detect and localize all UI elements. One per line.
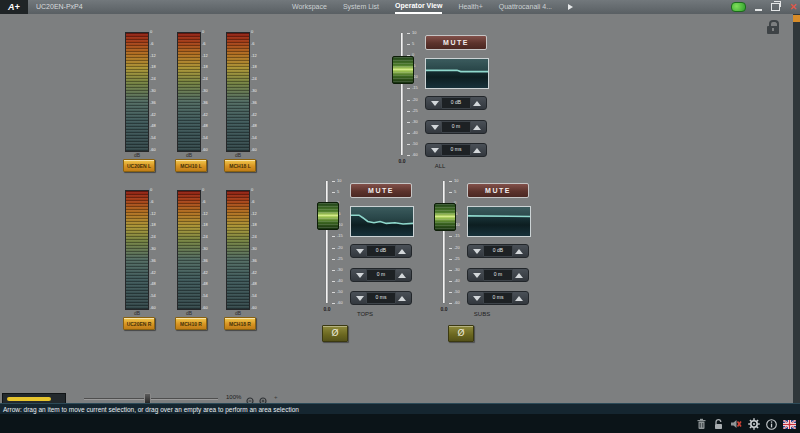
meter-scale: 0-6-12-18-24-30-36-42-48-54-60 <box>251 190 263 308</box>
gain-value[interactable]: 0 dB <box>441 97 471 109</box>
delay-ms-spinner: 0 ms <box>425 143 487 157</box>
fader-scale: 1050-5-10-15-20-25-30-40-50-60 <box>448 181 462 303</box>
delay-ms-value[interactable]: 0 ms <box>483 292 513 304</box>
increment-icon[interactable] <box>473 101 481 106</box>
meter-unit-label: dB <box>177 152 201 158</box>
channel-button[interactable]: MCH10 R <box>175 317 207 330</box>
zoom-level: 100% <box>226 394 241 400</box>
menu-operator-view[interactable]: Operator View <box>395 0 442 14</box>
app-logo: A+ <box>0 0 28 14</box>
fader-track <box>326 181 328 303</box>
meter-unit-label: dB <box>125 310 149 316</box>
fader-subs[interactable]: 1050-5-10-15-20-25-30-40-50-60 <box>432 178 462 308</box>
meter-scale: 0-6-12-18-24-30-36-42-48-54-60 <box>202 32 214 150</box>
meter-unit-label: dB <box>226 152 250 158</box>
language-flag-icon[interactable] <box>783 420 796 429</box>
zoom-out-icon[interactable] <box>246 393 256 403</box>
mute-button-all[interactable]: MUTE <box>425 35 487 50</box>
meter-unit-label: dB <box>226 310 250 316</box>
armonia-operator-window: A+ UC20EN-PxP4 Workspace System List Ope… <box>0 0 800 433</box>
gain-spinner: 0 dB <box>425 96 487 110</box>
increment-icon[interactable] <box>515 249 523 254</box>
decrement-icon[interactable] <box>356 249 364 254</box>
decrement-icon[interactable] <box>431 101 439 106</box>
minimize-icon[interactable] <box>755 9 762 11</box>
channel-strip-subs: 1050-5-10-15-20-25-30-40-50-60 0.0 MUTE … <box>432 178 532 318</box>
menu-system-list[interactable]: System List <box>343 1 379 13</box>
trash-icon[interactable] <box>696 418 707 430</box>
fader-knob[interactable] <box>392 56 414 84</box>
eq-display-all <box>425 58 489 89</box>
meter-unit-label: dB <box>125 152 149 158</box>
zoom-toolbar: 100% + <box>0 392 800 403</box>
gain-value[interactable]: 0 dB <box>483 245 513 257</box>
delay-ms-spinner: 0 ms <box>350 291 412 305</box>
delay-m-value[interactable]: 0 m <box>366 269 396 281</box>
info-icon[interactable] <box>766 419 777 430</box>
increment-icon[interactable] <box>473 125 481 130</box>
meter-group-right: 0-6-12-18-24-30-36-42-48-54-60 dB UC20EN… <box>125 188 275 334</box>
delay-m-value[interactable]: 0 m <box>441 121 471 133</box>
decrement-icon[interactable] <box>473 249 481 254</box>
increment-icon[interactable] <box>398 249 406 254</box>
mute-button-tops[interactable]: MUTE <box>350 183 412 198</box>
fader-tops[interactable]: 1050-5-10-15-20-25-30-40-50-60 <box>315 178 345 308</box>
channel-button[interactable]: UC20EN R <box>123 317 155 330</box>
increment-icon[interactable] <box>473 148 481 153</box>
zoom-step-plus[interactable]: + <box>274 394 278 400</box>
meter-unit-label: dB <box>177 310 201 316</box>
channel-button[interactable]: UC20EN L <box>123 159 155 172</box>
decrement-icon[interactable] <box>473 273 481 278</box>
fader-knob[interactable] <box>317 202 339 230</box>
scrollbar-thumb[interactable] <box>793 15 800 22</box>
channel-strip-tops: 1050-5-10-15-20-25-30-40-50-60 0.0 MUTE … <box>315 178 415 318</box>
delay-m-value[interactable]: 0 m <box>483 269 513 281</box>
level-meter <box>125 190 149 310</box>
decrement-icon[interactable] <box>473 296 481 301</box>
level-meter <box>177 190 201 310</box>
level-meter <box>226 32 250 152</box>
delay-ms-value[interactable]: 0 ms <box>441 144 471 156</box>
zoom-in-icon[interactable] <box>259 393 269 403</box>
channel-button[interactable]: MCH18 L <box>224 159 256 172</box>
delay-ms-value[interactable]: 0 ms <box>366 292 396 304</box>
menu-health[interactable]: Health+ <box>458 1 482 13</box>
menu-workspace[interactable]: Workspace <box>292 1 327 13</box>
phase-button-subs[interactable]: Ø <box>448 325 474 342</box>
restore-icon[interactable] <box>771 3 780 11</box>
strip-name-all: ALL <box>390 163 490 169</box>
increment-icon[interactable] <box>398 273 406 278</box>
eq-display-subs <box>467 206 531 237</box>
vertical-scrollbar[interactable] <box>793 14 800 403</box>
meter-group-left: 0-6-12-18-24-30-36-42-48-54-60 dB UC20EN… <box>125 30 275 176</box>
decrement-icon[interactable] <box>356 296 364 301</box>
channel-button[interactable]: MCH18 R <box>224 317 256 330</box>
window-title: UC20EN-PxP4 <box>36 0 83 14</box>
decrement-icon[interactable] <box>431 125 439 130</box>
close-icon[interactable]: ✕ <box>789 0 797 14</box>
channel-button[interactable]: MCH10 L <box>175 159 207 172</box>
fader-all[interactable]: 1050-5-10-15-20-25-30-40-50-60 <box>390 30 420 160</box>
delay-m-spinner: 0 m <box>350 268 412 282</box>
unlock-icon[interactable] <box>713 418 724 430</box>
muted-speaker-icon[interactable] <box>730 418 742 430</box>
phase-button-tops[interactable]: Ø <box>322 325 348 342</box>
decrement-icon[interactable] <box>356 273 364 278</box>
increment-icon[interactable] <box>398 296 406 301</box>
gain-value[interactable]: 0 dB <box>366 245 396 257</box>
mute-button-subs[interactable]: MUTE <box>467 183 529 198</box>
lock-icon[interactable] <box>766 20 780 35</box>
gear-icon[interactable] <box>748 418 760 430</box>
menu-quattrocanali[interactable]: Quattrocanali 4... <box>499 1 552 13</box>
increment-icon[interactable] <box>515 296 523 301</box>
fader-knob[interactable] <box>434 203 456 231</box>
strip-name-tops: TOPS <box>315 311 415 317</box>
minimap-viewport[interactable] <box>7 397 51 401</box>
meter-scale: 0-6-12-18-24-30-36-42-48-54-60 <box>150 190 162 308</box>
zoom-slider[interactable] <box>84 398 218 399</box>
main-menu: Workspace System List Operator View Heal… <box>292 0 573 14</box>
bottom-bar <box>0 414 800 433</box>
decrement-icon[interactable] <box>431 148 439 153</box>
increment-icon[interactable] <box>515 273 523 278</box>
play-icon[interactable] <box>568 4 573 10</box>
